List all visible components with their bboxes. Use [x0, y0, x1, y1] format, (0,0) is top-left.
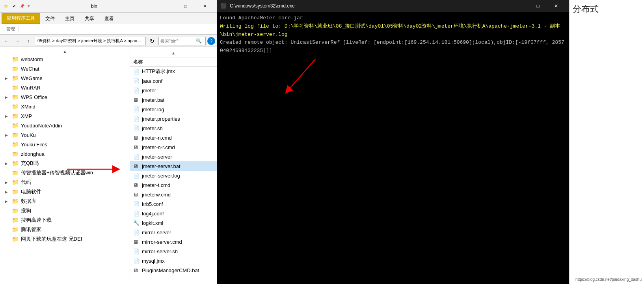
- sidebar-item-label: WeChat: [21, 66, 39, 72]
- file-name-label: jmeter.bat: [142, 97, 164, 103]
- cmd-line: Created remote object: UnicastServerRef …: [220, 39, 566, 55]
- file-type-icon: 📄: [133, 125, 140, 131]
- title-bar: 📁 ✔ 📌 ▼ bin — □ ✕: [0, 0, 217, 13]
- file-item[interactable]: 📄 jmeter.log: [130, 105, 217, 114]
- sidebar-item-label: 代码: [21, 179, 31, 186]
- file-item[interactable]: 🖥 jmeter-server.bat: [130, 161, 217, 171]
- file-item[interactable]: 📄 log4j.conf: [130, 209, 217, 218]
- file-type-icon: 📄: [133, 116, 140, 122]
- window-controls: — □ ✕: [158, 0, 214, 13]
- sidebar-item[interactable]: 📁 YoudaoNoteAddin: [0, 121, 130, 130]
- sidebar-item[interactable]: 📁 XMind: [0, 102, 130, 111]
- file-item[interactable]: 📄 mirror-server.sh: [130, 247, 217, 256]
- file-item[interactable]: 📄 jmeter-server.log: [130, 171, 217, 180]
- address-path[interactable]: 05资料 > day02资料 > jmeter环境 > 执行机A > apach…: [35, 37, 146, 45]
- minimize-button[interactable]: —: [158, 0, 176, 13]
- folder-icon: 📁: [12, 179, 19, 185]
- sidebar-item[interactable]: ▶ 📁 WeGame: [0, 73, 130, 83]
- search-input[interactable]: [160, 39, 196, 43]
- file-type-icon: 🖥: [133, 239, 140, 245]
- forward-button[interactable]: →: [13, 36, 22, 46]
- sidebar-item[interactable]: 📁 传智播放器+传智视频认证器win: [0, 168, 130, 178]
- sidebar-item-label: 网页下载的玩意在这 兄DEI: [21, 235, 82, 243]
- file-type-icon: 📄: [133, 78, 140, 84]
- file-item[interactable]: 📄 krb5.conf: [130, 199, 217, 209]
- file-item[interactable]: 🖥 jmeter.bat: [130, 95, 217, 105]
- sidebar: ▲ 📁 webstorm 📁 WeChat ▶ 📁 WeGame 📁 WinRA…: [0, 47, 130, 284]
- file-type-icon: 📄: [133, 69, 140, 75]
- folder-arrow-icon: ▶: [5, 76, 9, 80]
- file-name-label: log4j.conf: [142, 211, 164, 217]
- file-name-label: mirror-server: [142, 230, 171, 235]
- sidebar-item[interactable]: ▶ 📁 电脑软件: [0, 187, 130, 196]
- file-item[interactable]: 🖥 mirror-server.cmd: [130, 237, 217, 247]
- sidebar-item[interactable]: ▶ 📁 数据库: [0, 196, 130, 206]
- maximize-button[interactable]: □: [177, 0, 195, 13]
- file-item[interactable]: 📄 jmeter.properties: [130, 114, 217, 123]
- sidebar-item[interactable]: 📁 zidonghua: [0, 149, 130, 159]
- sidebar-item[interactable]: ▶ 📁 WPS Office: [0, 92, 130, 102]
- file-item[interactable]: 📄 mysql.jmx: [130, 256, 217, 265]
- sidebar-item[interactable]: 📁 搜狗高速下载: [0, 215, 130, 225]
- sidebar-item[interactable]: ▶ 📁 充QB吗: [0, 159, 130, 168]
- scroll-up-arrow[interactable]: ▲: [133, 51, 214, 55]
- sidebar-item-label: 搜狗: [21, 207, 31, 214]
- file-name-label: jmeter: [142, 88, 156, 93]
- file-item[interactable]: 🖥 jmeter-t.cmd: [130, 180, 217, 190]
- ribbon-tabs: 应用程序工具 文件 主页 共享 查看: [0, 13, 217, 24]
- sidebar-item[interactable]: 📁 Youku Files: [0, 140, 130, 149]
- cmd-maximize-button[interactable]: □: [529, 0, 547, 12]
- dropdown-arrow-icon[interactable]: ▼: [27, 4, 31, 8]
- file-item[interactable]: 📄 HTTP请求.jmx: [130, 67, 217, 76]
- cmd-line: Writing log file to: D:\学习资料\就业班\08_接口测试…: [220, 22, 566, 39]
- file-item[interactable]: 🖥 jmeter-n.cmd: [130, 133, 217, 142]
- file-item[interactable]: 📄 jmeter-server: [130, 152, 217, 161]
- file-item[interactable]: 🖥 PluginsManagerCMD.bat: [130, 265, 217, 275]
- file-item[interactable]: 🖥 jmeterw.cmd: [130, 190, 217, 199]
- file-item[interactable]: 📄 jmeter: [130, 86, 217, 95]
- tab-home[interactable]: 主页: [60, 13, 80, 24]
- cmd-prompt-icon: ⬛: [221, 3, 227, 9]
- file-items-container: 📄 HTTP请求.jmx 📄 jaas.conf 📄 jmeter 🖥 jmet…: [130, 67, 217, 275]
- folder-icon: 📁: [12, 132, 19, 138]
- tab-file[interactable]: 文件: [40, 13, 60, 24]
- file-item[interactable]: 📄 jmeter.sh: [130, 123, 217, 133]
- back-button[interactable]: ←: [2, 36, 11, 46]
- sidebar-item[interactable]: ▶ 📁 代码: [0, 178, 130, 187]
- sidebar-item-label: YouKu: [21, 132, 36, 138]
- scroll-up-arrow[interactable]: ▲: [0, 49, 130, 54]
- file-item[interactable]: 🖥 jmeter-n-r.cmd: [130, 142, 217, 152]
- sidebar-item[interactable]: ▶ 📁 XMP: [0, 111, 130, 121]
- sidebar-item[interactable]: 📁 腾讯管家: [0, 225, 130, 234]
- cmd-close-button[interactable]: ✕: [547, 0, 565, 12]
- file-name-label: jmeter-server.log: [142, 173, 180, 179]
- up-button[interactable]: ↑: [24, 36, 33, 46]
- folder-icon: 📁: [12, 217, 19, 223]
- file-item[interactable]: 🔧 logkit.xml: [130, 218, 217, 228]
- help-button[interactable]: ?: [207, 37, 215, 45]
- close-button[interactable]: ✕: [195, 0, 214, 13]
- sidebar-item[interactable]: 📁 WinRAR: [0, 83, 130, 92]
- sidebar-item-label: 电脑软件: [21, 188, 41, 195]
- sidebar-item[interactable]: ▶ 📁 YouKu: [0, 130, 130, 140]
- file-item[interactable]: 📄 mirror-server: [130, 228, 217, 237]
- cmd-minimize-button[interactable]: —: [511, 0, 529, 12]
- file-type-icon: 🔧: [133, 220, 140, 226]
- file-type-icon: 🖥: [133, 182, 140, 188]
- sidebar-item[interactable]: 📁 网页下载的玩意在这 兄DEI: [0, 234, 130, 244]
- refresh-button[interactable]: ↻: [147, 36, 157, 46]
- cmd-line: Found ApacheJMeter_core.jar: [220, 14, 566, 22]
- folder-arrow-icon: ▶: [5, 190, 9, 194]
- sidebar-item-label: 搜狗高速下载: [21, 217, 52, 224]
- file-item[interactable]: 📄 jaas.conf: [130, 76, 217, 86]
- ribbon-section-manage: 管理: [3, 26, 19, 32]
- file-name-label: jmeter.properties: [142, 116, 180, 122]
- sidebar-item[interactable]: 📁 WeChat: [0, 64, 130, 73]
- tab-apps[interactable]: 应用程序工具: [2, 13, 40, 24]
- sidebar-item[interactable]: 📁 搜狗: [0, 206, 130, 215]
- sidebar-item[interactable]: 📁 webstorm: [0, 54, 130, 64]
- tab-share[interactable]: 共享: [80, 13, 99, 24]
- tab-view[interactable]: 查看: [99, 13, 119, 24]
- sidebar-item-label: YoudaoNoteAddin: [21, 123, 62, 129]
- path-text: 05资料 > day02资料 > jmeter环境 > 执行机A > apach…: [37, 38, 143, 44]
